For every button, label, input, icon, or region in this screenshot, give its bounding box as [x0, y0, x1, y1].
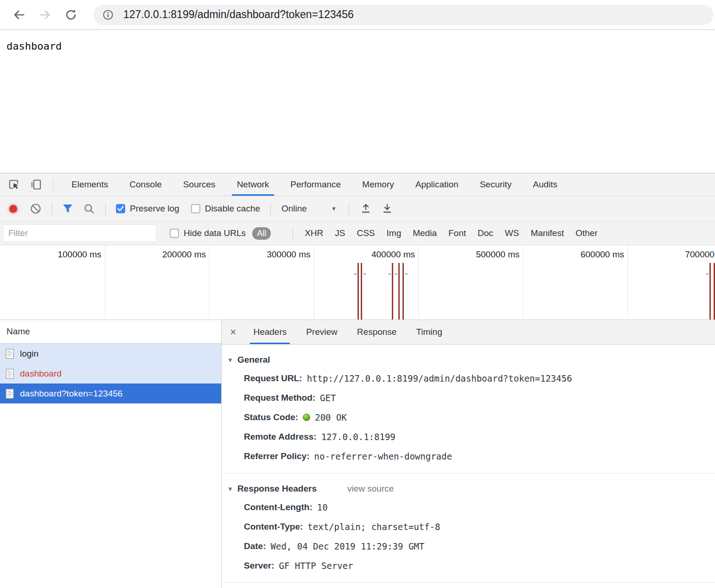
type-filter-img[interactable]: Img — [387, 228, 402, 238]
disable-cache-checkbox[interactable]: Disable cache — [191, 204, 260, 214]
document-icon — [6, 389, 14, 399]
general-rows: Request URL:http://127.0.0.1:8199/admin/… — [244, 369, 715, 466]
details-tab-response[interactable]: Response — [347, 320, 407, 344]
forward-icon[interactable] — [38, 8, 52, 22]
devtools-tab-performance[interactable]: Performance — [280, 173, 351, 196]
devtools-tab-console[interactable]: Console — [119, 173, 172, 196]
timeline-tick-label: 300000 ms — [218, 249, 311, 260]
type-filter-all[interactable]: All — [252, 227, 271, 240]
request-details-panel: × HeadersPreviewResponseTiming ▼ General… — [222, 320, 715, 588]
type-filter-ws[interactable]: WS — [505, 228, 519, 238]
details-tabs: HeadersPreviewResponseTiming — [243, 320, 452, 344]
export-har-icon[interactable] — [382, 203, 393, 214]
devtools-panel: ElementsConsoleSourcesNetworkPerformance… — [0, 173, 715, 588]
devtools-tab-bar: ElementsConsoleSourcesNetworkPerformance… — [0, 173, 715, 196]
clear-icon[interactable] — [30, 203, 42, 215]
details-tab-timing[interactable]: Timing — [406, 320, 452, 344]
url-input[interactable] — [122, 8, 705, 21]
type-filter-media[interactable]: Media — [413, 228, 437, 238]
back-icon[interactable] — [12, 8, 26, 22]
devtools-tab-memory[interactable]: Memory — [351, 173, 405, 196]
devtools-tab-application[interactable]: Application — [405, 173, 469, 196]
header-field-label: Remote Address: — [244, 432, 317, 442]
header-field-label: Content-Type: — [244, 522, 303, 532]
type-filter-other[interactable]: Other — [575, 228, 598, 238]
filter-input[interactable] — [3, 224, 157, 242]
header-field: Remote Address:127.0.0.1:8199 — [244, 427, 715, 447]
timeline-overview[interactable]: 100000 ms200000 ms300000 ms400000 ms5000… — [0, 245, 715, 320]
headers-content: ▼ General Request URL:http://127.0.0.1:8… — [222, 345, 715, 588]
preserve-log-checkbox[interactable]: Preserve log — [116, 204, 179, 214]
hide-data-urls-checkbox[interactable]: Hide data URLs — [170, 228, 246, 238]
devtools-tab-security[interactable]: Security — [469, 173, 523, 196]
devtools-tab-audits[interactable]: Audits — [522, 173, 568, 196]
devtools-main-tabs: ElementsConsoleSourcesNetworkPerformance… — [61, 173, 568, 196]
record-icon[interactable] — [9, 205, 17, 213]
timeline-event-dot — [706, 273, 709, 275]
header-field: Server:GF HTTP Server — [244, 556, 715, 575]
timeline-tick-label: 700000 ms — [636, 249, 715, 260]
type-filter-doc[interactable]: Doc — [478, 228, 493, 238]
header-field-value: text/plain; charset=utf-8 — [307, 522, 440, 532]
section-divider — [222, 582, 715, 583]
chevron-down-icon: ▼ — [331, 205, 337, 212]
type-filter-manifest[interactable]: Manifest — [530, 228, 564, 238]
checked-checkbox-icon[interactable] — [116, 204, 125, 213]
import-har-icon[interactable] — [360, 203, 371, 214]
network-bottom-split: Name logindashboarddashboard?token=12345… — [0, 320, 715, 588]
general-section-header[interactable]: ▼ General — [227, 355, 715, 365]
timeline-event-bar — [398, 263, 400, 320]
close-icon[interactable]: × — [230, 327, 236, 338]
devtools-tab-elements[interactable]: Elements — [61, 173, 119, 196]
timeline-event-bar — [402, 263, 404, 320]
timeline-gridline — [105, 245, 105, 320]
throttling-dropdown[interactable]: Online ▼ — [281, 204, 337, 214]
header-field: Date:Wed, 04 Dec 2019 11:29:39 GMT — [244, 537, 715, 556]
header-field: Content-Type:text/plain; charset=utf-8 — [244, 517, 715, 537]
devtools-tab-network[interactable]: Network — [226, 173, 280, 196]
site-info-icon[interactable] — [102, 9, 114, 21]
timeline-event-bar — [392, 263, 393, 320]
request-row-1[interactable]: login — [0, 344, 221, 364]
reload-icon[interactable] — [64, 8, 78, 22]
type-filter-js[interactable]: JS — [335, 228, 345, 238]
filter-icon[interactable] — [62, 203, 74, 215]
header-field-value: GF HTTP Server — [279, 561, 353, 571]
header-field-value: 200 OK — [315, 412, 347, 422]
device-toolbar-icon[interactable] — [30, 178, 43, 191]
unchecked-checkbox-icon[interactable] — [191, 204, 200, 213]
header-field-value: 10 — [317, 502, 328, 512]
timeline-gridline — [314, 245, 314, 320]
request-list: logindashboarddashboard?token=123456 — [0, 344, 221, 403]
disable-cache-label: Disable cache — [205, 204, 260, 214]
details-tab-preview[interactable]: Preview — [296, 320, 347, 344]
header-field-label: Server: — [244, 561, 275, 571]
disclosure-triangle-icon: ▼ — [227, 357, 233, 364]
header-field-label: Request Method: — [244, 393, 315, 403]
request-name: dashboard — [20, 369, 62, 379]
timeline-gridline — [418, 245, 419, 320]
inspect-element-icon[interactable] — [7, 178, 20, 191]
browser-toolbar — [0, 0, 715, 30]
name-column-header[interactable]: Name — [0, 320, 221, 344]
timeline-event-dot — [354, 273, 357, 275]
disclosure-triangle-icon: ▼ — [227, 486, 233, 492]
details-tab-headers[interactable]: Headers — [243, 320, 296, 344]
section-divider — [222, 473, 715, 473]
status-dot-icon — [303, 414, 310, 421]
page-viewport: dashboard — [0, 30, 715, 173]
search-icon[interactable] — [83, 203, 95, 215]
divider — [270, 203, 271, 215]
network-filter-bar: Hide data URLs AllXHRJSCSSImgMediaFontDo… — [0, 222, 715, 245]
type-filter-css[interactable]: CSS — [357, 228, 375, 238]
url-bar[interactable] — [94, 5, 713, 25]
type-filter-xhr[interactable]: XHR — [305, 228, 323, 238]
view-source-link[interactable]: view source — [347, 484, 394, 494]
unchecked-checkbox-icon[interactable] — [170, 229, 179, 238]
type-filter-font[interactable]: Font — [448, 228, 466, 238]
response-headers-section-header[interactable]: ▼ Response Headers view source — [227, 484, 715, 494]
request-row-3[interactable]: dashboard?token=123456 — [0, 383, 221, 403]
request-row-2[interactable]: dashboard — [0, 364, 221, 383]
timeline-event-bar — [709, 263, 711, 320]
devtools-tab-sources[interactable]: Sources — [172, 173, 226, 196]
